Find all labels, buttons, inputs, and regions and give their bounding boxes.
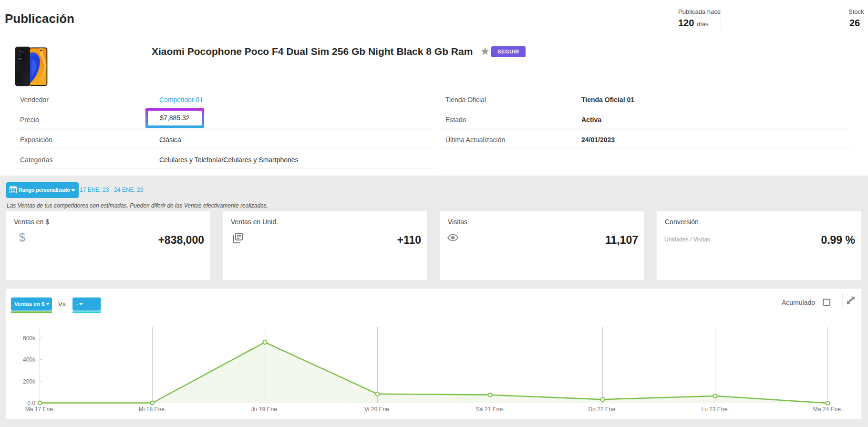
svg-text:Ju 19 Ene.: Ju 19 Ene. bbox=[251, 406, 279, 413]
svg-text:Acumulado: Acumulado bbox=[782, 299, 815, 306]
svg-text:Vs.: Vs. bbox=[58, 301, 67, 308]
svg-text:0.0: 0.0 bbox=[27, 400, 35, 406]
svg-text:Do 22 Ene.: Do 22 Ene. bbox=[588, 406, 617, 413]
svg-text:Lu 23 Ene.: Lu 23 Ene. bbox=[701, 406, 729, 413]
svg-text:Ma 24 Ene.: Ma 24 Ene. bbox=[813, 406, 842, 413]
svg-text:Ventas en $: Ventas en $ bbox=[14, 301, 45, 307]
svg-text:400k: 400k bbox=[23, 356, 36, 363]
svg-text:Vi 20 Ene.: Vi 20 Ene. bbox=[364, 406, 391, 413]
svg-text:Mi 18 Ene.: Mi 18 Ene. bbox=[139, 406, 166, 413]
svg-text:Ma 17 Ene.: Ma 17 Ene. bbox=[25, 406, 54, 413]
svg-text:600k: 600k bbox=[23, 335, 36, 342]
svg-text:-: - bbox=[76, 300, 78, 307]
svg-text:Sá 21 Ene.: Sá 21 Ene. bbox=[476, 406, 504, 413]
svg-text:200k: 200k bbox=[23, 378, 36, 385]
